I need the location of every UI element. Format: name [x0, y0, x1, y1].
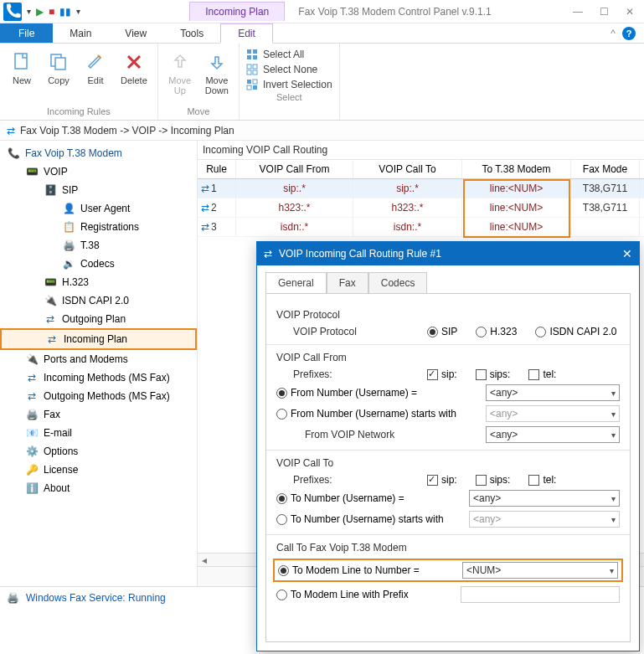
table-row[interactable]: ⇄3 isdn:.* isdn:.* line:<NUM> — [198, 218, 644, 237]
tree-about[interactable]: ℹ️About — [0, 479, 197, 497]
qa-overflow-icon[interactable]: ▾ — [76, 7, 80, 16]
check-from-sips[interactable]: sips: — [476, 368, 511, 380]
table-row[interactable]: ⇄2 h323:.* h323:.* line:<NUM> T38,G711 — [198, 198, 644, 218]
move-up-button[interactable]: Move Up — [165, 47, 195, 99]
stop-icon[interactable]: ▮▮ — [59, 6, 71, 18]
tree-ports-modems[interactable]: 🔌Ports and Modems — [0, 350, 197, 368]
tree-sip[interactable]: 🗄️SIP — [0, 181, 197, 199]
menu-file[interactable]: File — [0, 23, 53, 43]
in-methods-icon: ⇄ — [25, 371, 39, 384]
dialog-close-button[interactable]: ✕ — [622, 247, 632, 260]
tree-incoming-plan[interactable]: ⇄Incoming Plan — [0, 328, 197, 350]
out-methods-icon: ⇄ — [25, 389, 39, 403]
input-modem-prefix[interactable] — [461, 586, 620, 603]
radio-to-number-eq[interactable]: To Number (Username) = — [276, 492, 461, 504]
nav-tree: 📞Fax Voip T.38 Modem 📟VOIP 🗄️SIP 👤User A… — [0, 141, 198, 586]
group-incoming-rules: Incoming Rules — [7, 105, 151, 118]
menu-edit[interactable]: Edit — [220, 23, 273, 44]
rule-icon: ⇄ — [201, 202, 209, 214]
printer-icon: 🖨️ — [62, 239, 75, 252]
menu-tools[interactable]: Tools — [163, 23, 220, 43]
copy-button[interactable]: Copy — [44, 47, 74, 89]
th-rule[interactable]: Rule — [198, 160, 236, 178]
invert-selection-button[interactable]: Invert Selection — [246, 79, 332, 90]
radio-sip[interactable]: SIP — [427, 326, 457, 337]
minimize-button[interactable]: — — [573, 6, 583, 18]
tree-h323[interactable]: 📟H.323 — [0, 273, 197, 291]
rule-icon: ⇄ — [201, 221, 209, 233]
select-modem-line[interactable]: <NUM> — [462, 562, 618, 579]
select-to-number-eq[interactable]: <any> — [469, 490, 620, 507]
tree-voip[interactable]: 📟VOIP — [0, 162, 197, 181]
group-select: Select — [246, 90, 332, 104]
close-button[interactable]: ✕ — [626, 6, 634, 18]
th-to[interactable]: VOIP Call To — [353, 160, 462, 178]
sip-icon: 🗄️ — [44, 183, 57, 197]
th-from[interactable]: VOIP Call From — [236, 160, 353, 178]
play-icon[interactable]: ▶ — [36, 6, 44, 18]
tree-email[interactable]: 📧E-mail — [0, 424, 197, 442]
record-icon[interactable]: ■ — [49, 6, 54, 18]
email-icon: 📧 — [25, 426, 39, 440]
svg-rect-5 — [247, 55, 251, 59]
radio-h323[interactable]: H.323 — [476, 326, 517, 337]
radio-to-number-starts[interactable]: To Number (Username) starts with — [276, 513, 461, 525]
tree-options[interactable]: ⚙️Options — [0, 442, 197, 461]
tree-codecs[interactable]: 🔉Codecs — [0, 255, 197, 273]
radio-modem-line-prefix[interactable]: To Modem Line with Prefix — [276, 589, 452, 600]
tree-license[interactable]: 🔑License — [0, 461, 197, 479]
menu-view[interactable]: View — [108, 23, 163, 43]
delete-button[interactable]: Delete — [117, 47, 151, 89]
tree-outgoing-plan[interactable]: ⇄Outgoing Plan — [0, 310, 197, 328]
radio-isdn[interactable]: ISDN CAPI 2.0 — [535, 326, 616, 337]
tree-user-agent[interactable]: 👤User Agent — [0, 199, 197, 218]
th-mode[interactable]: Fax Mode — [571, 160, 640, 178]
radio-from-number-eq[interactable]: From Number (Username) = — [276, 387, 477, 399]
move-down-button[interactable]: Move Down — [202, 47, 232, 99]
new-button[interactable]: New — [7, 47, 37, 89]
svg-rect-9 — [247, 70, 251, 75]
edit-icon — [84, 50, 107, 74]
incoming-icon: ⇄ — [45, 332, 59, 346]
ribbon-collapse-icon[interactable]: ^ — [611, 28, 616, 39]
help-icon[interactable]: ? — [622, 27, 636, 40]
th-modem[interactable]: To T.38 Modem — [462, 160, 571, 178]
edit-button[interactable]: Edit — [80, 47, 111, 89]
select-to-number-starts[interactable]: <any> — [469, 511, 620, 528]
title-bar: ▾ ▶ ■ ▮▮ ▾ Incoming Plan Fax Voip T.38 M… — [0, 0, 644, 23]
check-from-sip[interactable]: sip: — [427, 368, 457, 380]
tree-registrations[interactable]: 📋Registrations — [0, 218, 197, 236]
quick-access: ▾ ▶ ■ ▮▮ ▾ — [0, 3, 80, 21]
menu-main[interactable]: Main — [53, 23, 108, 43]
scroll-left-icon[interactable]: ◂ — [198, 554, 211, 566]
table-row[interactable]: ⇄1 sip:.* sip:.* line:<NUM> T38,G711 — [198, 179, 644, 198]
voip-icon: 📟 — [25, 165, 39, 178]
contextual-tab-label: Incoming Plan — [189, 2, 285, 21]
radio-modem-line-eq[interactable]: To Modem Line to Number = — [278, 564, 454, 576]
check-from-tel[interactable]: tel: — [528, 368, 556, 380]
radio-from-number-starts[interactable]: From Number (Username) starts with — [276, 408, 477, 420]
tree-outgoing-methods[interactable]: ⇄Outgoing Methods (MS Fax) — [0, 387, 197, 405]
tab-fax[interactable]: Fax — [327, 272, 368, 293]
check-to-sip[interactable]: sip: — [427, 474, 457, 486]
modem-line-highlight: To Modem Line to Number = <NUM> — [273, 559, 623, 582]
tree-t38[interactable]: 🖨️T.38 — [0, 236, 197, 255]
tab-codecs[interactable]: Codecs — [368, 272, 428, 293]
select-none-button[interactable]: Select None — [246, 64, 332, 75]
maximize-button[interactable]: ☐ — [600, 6, 609, 18]
select-all-button[interactable]: Select All — [246, 49, 332, 60]
tree-fax[interactable]: 🖨️Fax — [0, 405, 197, 424]
select-from-number-eq[interactable]: <any> — [486, 384, 620, 401]
tree-root[interactable]: 📞Fax Voip T.38 Modem — [0, 144, 197, 162]
copy-icon — [47, 50, 70, 74]
svg-rect-0 — [15, 54, 27, 69]
svg-rect-7 — [247, 64, 251, 69]
qa-dropdown-icon[interactable]: ▾ — [27, 7, 31, 16]
check-to-tel[interactable]: tel: — [528, 474, 556, 486]
tab-general[interactable]: General — [265, 272, 327, 294]
select-from-network[interactable]: <any> — [486, 426, 620, 443]
select-from-number-starts[interactable]: <any> — [486, 405, 620, 422]
check-to-sips[interactable]: sips: — [476, 474, 511, 486]
tree-incoming-methods[interactable]: ⇄Incoming Methods (MS Fax) — [0, 368, 197, 387]
tree-isdn[interactable]: 🔌ISDN CAPI 2.0 — [0, 291, 197, 310]
